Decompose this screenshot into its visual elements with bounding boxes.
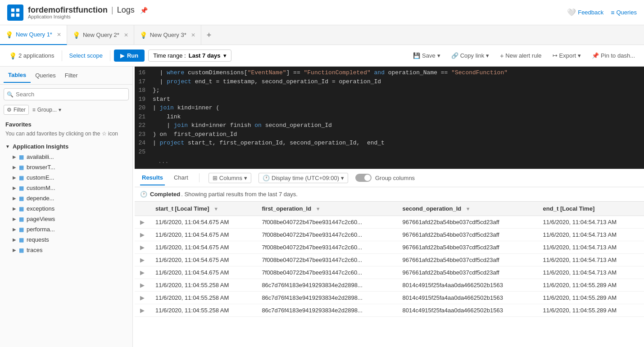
tab1-label: New Query 1* [16, 31, 52, 38]
sidebar-nav: Tables Queries Filter [0, 67, 132, 85]
table-item-availabili[interactable]: ▶ ▦ availabili... [0, 152, 132, 162]
toggle-knob [364, 175, 371, 181]
line-content: | where customDimensions["EventName"] ==… [153, 68, 642, 77]
sidebar-search-input[interactable] [4, 88, 129, 100]
tab2-close-icon[interactable]: ✕ [124, 32, 128, 38]
table-cell: 11/6/2020, 11:04:55.289 AM [538, 304, 644, 316]
display-time-chevron-icon: ▾ [341, 175, 344, 181]
feedback-button[interactable]: 🤍 Feedback [567, 8, 603, 17]
clock-icon: 🕐 [263, 175, 270, 181]
table-cell: 967661afd22ba54bbe037cdf5cd23aff [397, 241, 537, 253]
copy-link-button[interactable]: 🔗 Copy link ▾ [448, 50, 493, 61]
new-alert-label: New alert rule [505, 52, 541, 59]
line-content: | project start_t, first_operation_Id, s… [153, 139, 642, 148]
pin-icon[interactable]: 📌 [140, 7, 148, 14]
line-content: | join kind=inner ( [153, 104, 642, 113]
code-line-19: 19 start [135, 95, 644, 104]
favorites-section-title: Favorites [0, 117, 132, 129]
sidebar-item-tables[interactable]: Tables [4, 68, 31, 83]
expand-icon: ▶ [13, 216, 16, 221]
code-editor[interactable]: 16 | where customDimensions["EventName"]… [135, 67, 644, 169]
tab-new-query-3[interactable]: 💡 New Query 3* ✕ [134, 25, 201, 45]
copy-link-chevron-icon: ▾ [486, 52, 489, 59]
select-scope-button[interactable]: Select scope [66, 50, 106, 61]
columns-button[interactable]: ⊞ Columns ▾ [209, 173, 251, 183]
row-expand-button[interactable]: ▶ [135, 216, 150, 228]
run-button[interactable]: ▶ Run [114, 50, 145, 62]
display-time-button[interactable]: 🕐 Display time (UTC+09:00) ▾ [259, 173, 348, 183]
tab1-close-icon[interactable]: ✕ [57, 32, 61, 38]
results-tab-chart[interactable]: Chart [172, 171, 190, 185]
app-insights-section-header[interactable]: ▼ Application Insights [0, 141, 132, 152]
time-range-chevron-icon: ▾ [223, 52, 227, 59]
col-filter-icon[interactable]: ▼ [213, 206, 218, 212]
export-button[interactable]: ↦ Export ▾ [549, 50, 585, 61]
table-cell: 11/6/2020, 11:04:54.713 AM [538, 266, 644, 279]
col-end-t[interactable]: end_t [Local Time] [538, 202, 644, 216]
table-item-performa[interactable]: ▶ ▦ performa... [0, 224, 132, 234]
new-alert-button[interactable]: + New alert rule [496, 50, 545, 61]
sidebar-item-filter[interactable]: Filter [60, 68, 82, 82]
table-cell: 11/6/2020, 11:04:54.713 AM [538, 216, 644, 228]
table-cell: 11/6/2020, 11:04:54.713 AM [538, 241, 644, 253]
col-start-t[interactable]: start_t [Local Time] ▼ [150, 202, 256, 216]
table-item-requests[interactable]: ▶ ▦ requests [0, 234, 132, 245]
table-item-exceptions[interactable]: ▶ ▦ exceptions [0, 203, 132, 214]
table-label: browserT... [27, 164, 55, 171]
line-content: link [153, 113, 642, 122]
line-number: 23 [136, 130, 153, 139]
scope-icon: 💡 [9, 52, 17, 59]
line-content: ) on first_operation_Id [153, 130, 642, 139]
row-expand-button[interactable]: ▶ [135, 304, 150, 316]
export-label: Export [559, 52, 576, 59]
row-expand-button[interactable]: ▶ [135, 266, 150, 279]
table-cell: 7f008be040722b47bee931447c2c60... [256, 241, 397, 253]
row-expand-button[interactable]: ▶ [135, 228, 150, 241]
col-filter-icon[interactable]: ▼ [316, 206, 321, 212]
row-expand-button[interactable]: ▶ [135, 291, 150, 304]
col-second-op[interactable]: second_operation_Id ▼ [397, 202, 537, 216]
tab3-close-icon[interactable]: ✕ [191, 32, 195, 38]
status-suffix: . Showing partial results from the last … [181, 191, 298, 198]
sidebar-item-queries[interactable]: Queries [31, 68, 60, 82]
time-range-button[interactable]: Time range : Last 7 days ▾ [148, 50, 231, 62]
line-number: 22 [136, 121, 153, 130]
table-item-depende[interactable]: ▶ ▦ depende... [0, 193, 132, 203]
results-table-wrap[interactable]: start_t [Local Time] ▼ first_operation_I… [135, 202, 644, 347]
app-logo [7, 5, 23, 21]
row-expand-button[interactable]: ▶ [135, 279, 150, 291]
col-first-op[interactable]: first_operation_Id ▼ [256, 202, 397, 216]
toggle-switch[interactable] [355, 174, 372, 182]
row-expand-button[interactable]: ▶ [135, 253, 150, 266]
table-item-custome[interactable]: ▶ ▦ customE... [0, 172, 132, 183]
table-icon: ▦ [19, 195, 24, 202]
group-columns-toggle[interactable]: Group columns [355, 174, 415, 182]
group-chevron-icon: ▾ [59, 107, 61, 113]
table-item-traces[interactable]: ▶ ▦ traces [0, 245, 132, 255]
row-expand-button[interactable]: ▶ [135, 241, 150, 253]
line-content [153, 148, 642, 157]
table-item-pageviews[interactable]: ▶ ▦ pageViews [0, 214, 132, 224]
queries-button[interactable]: ≡ Queries [611, 9, 637, 16]
table-label: availabili... [27, 153, 54, 160]
tab-new-query-2[interactable]: 💡 New Query 2* ✕ [67, 25, 134, 45]
tab1-icon: 💡 [5, 31, 13, 38]
table-cell: 86c7d76f4183e9419293834e2d2898... [256, 291, 397, 304]
tab-add-button[interactable]: + [201, 25, 217, 45]
table-item-customm[interactable]: ▶ ▦ customM... [0, 183, 132, 193]
line-number: 25 [136, 148, 153, 157]
filter-button[interactable]: ⚙ Filter [4, 105, 29, 115]
group-button[interactable]: ≡ Group... ▾ [32, 107, 61, 113]
table-label: pageViews [27, 216, 55, 222]
export-icon: ↦ [553, 52, 558, 59]
run-label: Run [127, 52, 138, 59]
col-filter-icon[interactable]: ▼ [466, 206, 471, 212]
columns-icon: ⊞ [213, 175, 218, 181]
pin-button[interactable]: 📌 Pin to dash... [588, 50, 639, 61]
save-button[interactable]: 💾 Save ▾ [409, 50, 444, 61]
table-item-browsert[interactable]: ▶ ▦ browserT... [0, 162, 132, 172]
results-tab-results[interactable]: Results [140, 171, 165, 185]
feedback-label: Feedback [578, 9, 603, 16]
tab-new-query-1[interactable]: 💡 New Query 1* ✕ [0, 25, 67, 45]
table-cell: 11/6/2020, 11:04:54.713 AM [538, 253, 644, 266]
